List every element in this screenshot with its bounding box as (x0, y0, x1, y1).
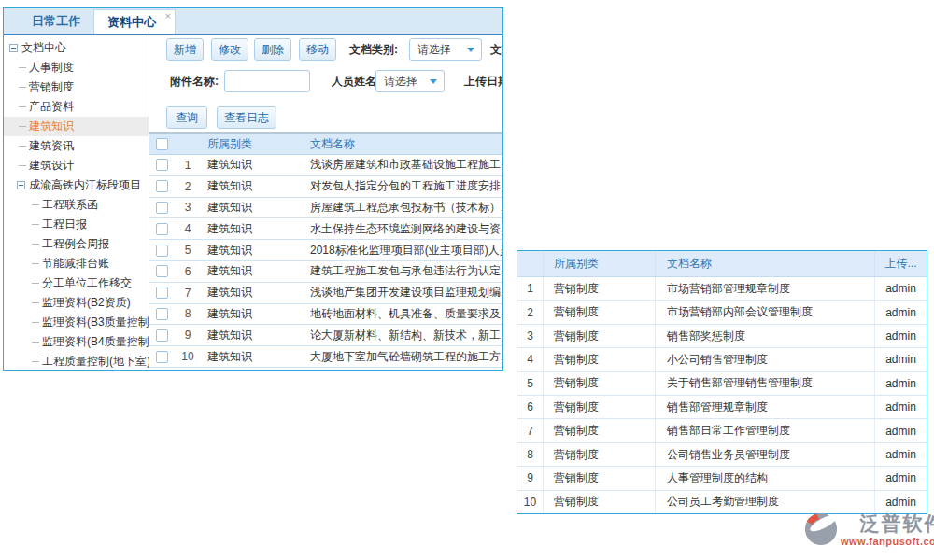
row-checkbox[interactable] (156, 308, 168, 320)
tab-data-center-label: 资料中心 (107, 15, 156, 29)
tree-node-label: 建筑知识 (29, 119, 74, 134)
tree-node-daily-report[interactable]: 工程日报 (4, 215, 149, 234)
tree-node-work-transfer[interactable]: 分工单位工作移交 (4, 273, 149, 293)
document-table-header: 所属别类 文档名称 (149, 134, 502, 155)
tree-node-building-news[interactable]: 建筑资讯 (4, 136, 149, 156)
tree-node-label: 监理资料(B2资质) (42, 295, 131, 311)
table-row[interactable]: 2 建筑知识 对发包人指定分包的工程施工进度安排... (149, 176, 502, 198)
tree-line (32, 224, 39, 225)
tab-bar: 日常工作 资料中心 × (4, 8, 502, 35)
tree-node-label: 产品资料 (29, 99, 74, 115)
result-table-header: 所属别类 文档名称 上传... (517, 251, 927, 277)
tree-node-hr-policy[interactable]: 人事制度 (4, 58, 149, 77)
collapse-icon[interactable] (9, 44, 18, 52)
tree-node-label: 工程日报 (42, 217, 87, 232)
table-row[interactable]: 8 营销制度 公司销售业务员管理制度 admin (517, 443, 927, 467)
delete-button[interactable]: 删除 (254, 38, 291, 61)
tree-line (32, 263, 39, 264)
tree-node-label: 建筑设计 (29, 158, 74, 174)
collapse-icon[interactable] (17, 181, 25, 189)
person-name-label: 人员姓名: (332, 70, 380, 92)
table-row[interactable]: 9 建筑知识 论大厦新材料、新结构、新技术，新工... (149, 325, 502, 346)
row-checkbox[interactable] (156, 329, 168, 342)
doc-category-select[interactable]: 请选择 (409, 38, 482, 61)
tree-node-label: 工程联系函 (42, 197, 98, 213)
table-row[interactable]: 9 营销制度 人事管理制度的结构 admin (517, 467, 927, 490)
attachment-name-label: 附件名称: (170, 70, 219, 92)
tree-line (32, 244, 39, 245)
tree-line (32, 361, 39, 362)
add-button[interactable]: 新增 (166, 38, 204, 61)
tree-node-label: 节能减排台账 (42, 256, 109, 272)
tab-data-center[interactable]: 资料中心 × (93, 9, 176, 34)
tab-daily-work[interactable]: 日常工作 (19, 9, 93, 34)
tree-node-energy-ledger[interactable]: 节能减排台账 (4, 254, 149, 273)
table-row[interactable]: 7 建筑知识 浅谈地产集团开发建设项目监理规划编... (149, 283, 502, 304)
edit-button[interactable]: 修改 (211, 38, 248, 61)
table-row[interactable]: 6 营销制度 销售部管理规章制度 admin (517, 396, 927, 419)
tree-line (19, 126, 26, 127)
tree-line (32, 302, 39, 303)
table-row[interactable]: 4 建筑知识 水土保持生态环境监测网络的建设与资... (149, 218, 502, 240)
table-row[interactable]: 5 营销制度 关于销售部管理销售管理制度 admin (517, 372, 927, 396)
query-button[interactable]: 查询 (166, 106, 207, 129)
tree-node-label: 工程质量控制(地下室) (42, 354, 149, 368)
brand-name: 泛普软件 (860, 511, 934, 536)
attachment-name-input[interactable] (224, 70, 310, 92)
doc-name-label-clipped: 文档名称: (490, 38, 502, 61)
tree-node-product-data[interactable]: 产品资料 (4, 97, 149, 117)
table-row[interactable]: 1 建筑知识 浅谈房屋建筑和市政基础设施工程施工... (149, 155, 502, 176)
table-row[interactable]: 8 建筑知识 地砖地面材料、机具准备、质量要求及... (149, 304, 502, 326)
close-icon[interactable]: × (165, 10, 171, 21)
tree-node-supervision-b2[interactable]: 监理资料(B2资质) (4, 293, 149, 313)
tree-node-label: 文档中心 (21, 40, 66, 56)
tree-node-supervision-b3[interactable]: 监理资料(B3质量控制) (4, 313, 149, 332)
view-log-button[interactable]: 查看日志 (217, 106, 276, 129)
table-row[interactable]: 1 营销制度 市场营销部管理规章制度 admin (517, 277, 927, 301)
table-row[interactable]: 4 营销制度 小公司销售管理制度 admin (517, 348, 927, 371)
col-doc-name: 文档名称 (656, 251, 875, 276)
result-table-panel: 所属别类 文档名称 上传... 1 营销制度 市场营销部管理规章制度 admin… (517, 250, 927, 514)
upload-date-label-clipped: 上传日期 (464, 70, 502, 92)
row-checkbox[interactable] (156, 265, 168, 277)
tree-node-doc-center[interactable]: 文档中心 (4, 38, 149, 58)
tree-node-building-design[interactable]: 建筑设计 (4, 156, 149, 175)
brand-site: www.fanpusoft.com (841, 536, 934, 547)
table-row[interactable]: 2 营销制度 市场营销部内部会议管理制度 admin (517, 301, 927, 324)
tree-line (32, 204, 39, 205)
tree-line (19, 146, 26, 147)
table-row[interactable]: 3 建筑知识 房屋建筑工程总承包投标书（技术标）... (149, 198, 502, 219)
row-checkbox[interactable] (156, 351, 168, 363)
table-row[interactable]: 3 营销制度 销售部奖惩制度 admin (517, 325, 927, 348)
table-row[interactable]: 10 营销制度 公司员工考勤管理制度 admin (517, 491, 927, 513)
row-checkbox[interactable] (156, 180, 168, 192)
tree-node-label: 营销制度 (29, 79, 74, 95)
row-checkbox[interactable] (156, 202, 168, 214)
tree-line (19, 67, 26, 68)
category-tree: 文档中心 人事制度 营销制度 产品资料 建筑知识 (4, 35, 149, 368)
tree-node-label: 人事制度 (29, 60, 74, 76)
move-button[interactable]: 移动 (299, 38, 336, 61)
tree-line (32, 322, 39, 323)
row-checkbox[interactable] (156, 159, 168, 171)
person-name-select[interactable]: 请选择 (375, 70, 445, 92)
table-row[interactable]: 5 建筑知识 2018标准化监理项目部(业主项目部)人员... (149, 240, 502, 261)
tree-node-weekly-meeting[interactable]: 工程例会周报 (4, 234, 149, 254)
tree-line (19, 165, 26, 166)
tree-node-contact-letter[interactable]: 工程联系函 (4, 195, 149, 215)
tree-node-quality-basement[interactable]: 工程质量控制(地下室) (4, 352, 149, 368)
tree-line (32, 342, 39, 343)
tree-node-supervision-b4[interactable]: 监理资料(B4质量控制) (4, 332, 149, 352)
row-checkbox[interactable] (156, 287, 168, 299)
table-row[interactable]: 10 建筑知识 大厦地下室加气砼墙砌筑工程的施工方... (149, 346, 502, 368)
tree-node-project[interactable]: 成渝高铁内江标段项目 (4, 175, 149, 195)
tree-node-building-knowledge[interactable]: 建筑知识 (4, 117, 149, 136)
table-row[interactable]: 6 建筑知识 建筑工程施工发包与承包违法行为认定... (149, 261, 502, 283)
row-checkbox[interactable] (156, 245, 168, 257)
row-checkbox[interactable] (156, 223, 168, 235)
tree-node-label: 建筑资讯 (29, 138, 74, 154)
select-all-checkbox[interactable] (156, 138, 168, 150)
table-row[interactable]: 7 营销制度 销售部日常工作管理制度 admin (517, 419, 927, 442)
tree-node-marketing-policy[interactable]: 营销制度 (4, 77, 149, 97)
tree-node-label: 监理资料(B4质量控制) (42, 334, 149, 350)
